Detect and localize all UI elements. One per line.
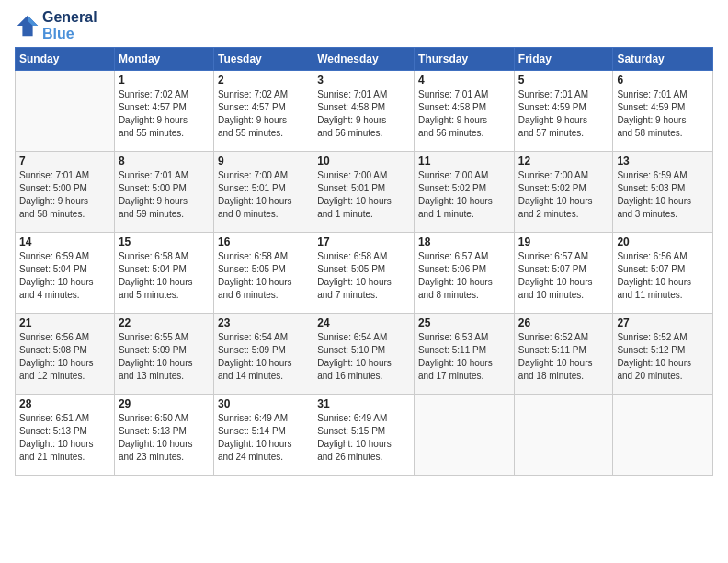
- calendar-table: SundayMondayTuesdayWednesdayThursdayFrid…: [15, 47, 713, 476]
- calendar-cell: 17Sunrise: 6:58 AM Sunset: 5:05 PM Dayli…: [313, 233, 415, 314]
- day-number: 17: [317, 236, 410, 248]
- calendar-week-row: 7Sunrise: 7:01 AM Sunset: 5:00 PM Daylig…: [16, 152, 713, 233]
- day-info: Sunrise: 6:56 AM Sunset: 5:08 PM Dayligh…: [19, 331, 110, 383]
- calendar-cell: 13Sunrise: 6:59 AM Sunset: 5:03 PM Dayli…: [613, 152, 713, 233]
- calendar-cell: 7Sunrise: 7:01 AM Sunset: 5:00 PM Daylig…: [16, 152, 115, 233]
- day-number: 11: [418, 155, 510, 167]
- logo-icon: [15, 13, 40, 39]
- day-number: 31: [317, 397, 410, 410]
- calendar-cell: 2Sunrise: 7:02 AM Sunset: 4:57 PM Daylig…: [213, 71, 313, 152]
- weekday-header: Sunday: [16, 48, 115, 71]
- calendar-week-row: 14Sunrise: 6:59 AM Sunset: 5:04 PM Dayli…: [16, 233, 713, 314]
- calendar-cell: 28Sunrise: 6:51 AM Sunset: 5:13 PM Dayli…: [16, 395, 115, 476]
- day-info: Sunrise: 6:55 AM Sunset: 5:09 PM Dayligh…: [119, 331, 210, 383]
- day-info: Sunrise: 6:49 AM Sunset: 5:15 PM Dayligh…: [317, 412, 410, 464]
- calendar-cell: 16Sunrise: 6:58 AM Sunset: 5:05 PM Dayli…: [213, 233, 313, 314]
- calendar-cell: 23Sunrise: 6:54 AM Sunset: 5:09 PM Dayli…: [213, 314, 313, 395]
- day-info: Sunrise: 6:54 AM Sunset: 5:10 PM Dayligh…: [317, 331, 410, 383]
- day-info: Sunrise: 6:58 AM Sunset: 5:05 PM Dayligh…: [218, 250, 309, 302]
- day-info: Sunrise: 7:02 AM Sunset: 4:57 PM Dayligh…: [119, 88, 210, 140]
- day-info: Sunrise: 7:00 AM Sunset: 5:01 PM Dayligh…: [317, 169, 410, 221]
- day-info: Sunrise: 6:54 AM Sunset: 5:09 PM Dayligh…: [218, 331, 309, 383]
- day-number: 24: [317, 316, 410, 329]
- calendar-cell: 3Sunrise: 7:01 AM Sunset: 4:58 PM Daylig…: [313, 71, 415, 152]
- calendar-cell: 30Sunrise: 6:49 AM Sunset: 5:14 PM Dayli…: [213, 395, 313, 476]
- calendar-week-row: 21Sunrise: 6:56 AM Sunset: 5:08 PM Dayli…: [16, 314, 713, 395]
- day-info: Sunrise: 6:59 AM Sunset: 5:03 PM Dayligh…: [617, 169, 709, 221]
- calendar-cell: 8Sunrise: 7:01 AM Sunset: 5:00 PM Daylig…: [114, 152, 213, 233]
- calendar-cell: 4Sunrise: 7:01 AM Sunset: 4:58 PM Daylig…: [415, 71, 515, 152]
- day-number: 10: [317, 155, 410, 167]
- day-number: 13: [617, 155, 709, 167]
- day-number: 22: [119, 316, 210, 329]
- calendar-cell: 25Sunrise: 6:53 AM Sunset: 5:11 PM Dayli…: [415, 314, 515, 395]
- day-number: 20: [617, 236, 709, 248]
- calendar-cell: 19Sunrise: 6:57 AM Sunset: 5:07 PM Dayli…: [514, 233, 613, 314]
- weekday-header: Wednesday: [313, 48, 415, 71]
- day-number: 28: [19, 397, 110, 410]
- calendar-week-row: 1Sunrise: 7:02 AM Sunset: 4:57 PM Daylig…: [16, 71, 713, 152]
- calendar-cell: [613, 395, 713, 476]
- calendar-cell: [16, 71, 115, 152]
- logo: General Blue: [15, 9, 97, 41]
- day-info: Sunrise: 7:01 AM Sunset: 5:00 PM Dayligh…: [119, 169, 210, 221]
- day-number: 26: [518, 316, 609, 329]
- day-info: Sunrise: 7:01 AM Sunset: 4:59 PM Dayligh…: [617, 88, 709, 140]
- day-info: Sunrise: 6:52 AM Sunset: 5:12 PM Dayligh…: [617, 331, 709, 383]
- day-number: 2: [218, 74, 309, 86]
- day-info: Sunrise: 7:01 AM Sunset: 4:58 PM Dayligh…: [317, 88, 410, 140]
- calendar-cell: 14Sunrise: 6:59 AM Sunset: 5:04 PM Dayli…: [16, 233, 115, 314]
- day-info: Sunrise: 6:49 AM Sunset: 5:14 PM Dayligh…: [218, 412, 309, 464]
- day-info: Sunrise: 7:00 AM Sunset: 5:02 PM Dayligh…: [518, 169, 609, 221]
- day-number: 21: [19, 316, 110, 329]
- header: General Blue: [15, 9, 713, 41]
- calendar-cell: 15Sunrise: 6:58 AM Sunset: 5:04 PM Dayli…: [114, 233, 213, 314]
- day-number: 18: [418, 236, 510, 248]
- calendar-cell: 20Sunrise: 6:56 AM Sunset: 5:07 PM Dayli…: [613, 233, 713, 314]
- day-number: 25: [418, 316, 510, 329]
- day-number: 30: [218, 397, 309, 410]
- day-number: 29: [119, 397, 210, 410]
- calendar-cell: [415, 395, 515, 476]
- weekday-header: Tuesday: [213, 48, 313, 71]
- day-number: 12: [518, 155, 609, 167]
- day-number: 15: [119, 236, 210, 248]
- day-info: Sunrise: 6:53 AM Sunset: 5:11 PM Dayligh…: [418, 331, 510, 383]
- day-number: 23: [218, 316, 309, 329]
- day-info: Sunrise: 7:01 AM Sunset: 4:58 PM Dayligh…: [418, 88, 510, 140]
- day-number: 6: [617, 74, 709, 86]
- calendar-cell: 1Sunrise: 7:02 AM Sunset: 4:57 PM Daylig…: [114, 71, 213, 152]
- calendar-body: 1Sunrise: 7:02 AM Sunset: 4:57 PM Daylig…: [16, 71, 713, 476]
- day-number: 4: [418, 74, 510, 86]
- calendar-page: General Blue SundayMondayTuesdayWednesda…: [0, 0, 728, 563]
- calendar-cell: 18Sunrise: 6:57 AM Sunset: 5:06 PM Dayli…: [415, 233, 515, 314]
- day-number: 19: [518, 236, 609, 248]
- day-number: 16: [218, 236, 309, 248]
- weekday-header: Thursday: [415, 48, 515, 71]
- day-number: 14: [19, 236, 110, 248]
- day-info: Sunrise: 6:58 AM Sunset: 5:04 PM Dayligh…: [119, 250, 210, 302]
- weekday-header: Monday: [114, 48, 213, 71]
- calendar-cell: 26Sunrise: 6:52 AM Sunset: 5:11 PM Dayli…: [514, 314, 613, 395]
- calendar-header: SundayMondayTuesdayWednesdayThursdayFrid…: [16, 48, 713, 71]
- day-number: 7: [19, 155, 110, 167]
- calendar-cell: 31Sunrise: 6:49 AM Sunset: 5:15 PM Dayli…: [313, 395, 415, 476]
- day-info: Sunrise: 6:57 AM Sunset: 5:07 PM Dayligh…: [518, 250, 609, 302]
- day-number: 9: [218, 155, 309, 167]
- day-info: Sunrise: 7:00 AM Sunset: 5:01 PM Dayligh…: [218, 169, 309, 221]
- logo-text: General Blue: [42, 9, 97, 41]
- calendar-cell: 22Sunrise: 6:55 AM Sunset: 5:09 PM Dayli…: [114, 314, 213, 395]
- day-info: Sunrise: 6:58 AM Sunset: 5:05 PM Dayligh…: [317, 250, 410, 302]
- calendar-cell: 21Sunrise: 6:56 AM Sunset: 5:08 PM Dayli…: [16, 314, 115, 395]
- calendar-cell: 29Sunrise: 6:50 AM Sunset: 5:13 PM Dayli…: [114, 395, 213, 476]
- day-info: Sunrise: 6:51 AM Sunset: 5:13 PM Dayligh…: [19, 412, 110, 464]
- calendar-cell: 5Sunrise: 7:01 AM Sunset: 4:59 PM Daylig…: [514, 71, 613, 152]
- weekday-header: Friday: [514, 48, 613, 71]
- calendar-cell: 27Sunrise: 6:52 AM Sunset: 5:12 PM Dayli…: [613, 314, 713, 395]
- calendar-cell: 6Sunrise: 7:01 AM Sunset: 4:59 PM Daylig…: [613, 71, 713, 152]
- day-info: Sunrise: 7:02 AM Sunset: 4:57 PM Dayligh…: [218, 88, 309, 140]
- calendar-cell: [514, 395, 613, 476]
- day-info: Sunrise: 6:52 AM Sunset: 5:11 PM Dayligh…: [518, 331, 609, 383]
- day-number: 1: [119, 74, 210, 86]
- day-number: 5: [518, 74, 609, 86]
